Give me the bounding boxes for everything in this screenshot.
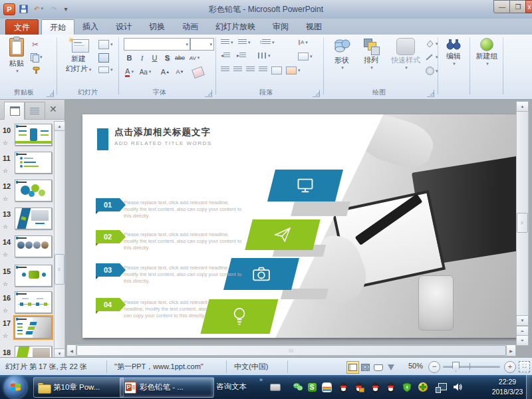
slide-sorter-view-button[interactable] (359, 361, 372, 374)
strikethrough-button[interactable]: abe (174, 53, 186, 63)
zoom-slider-track[interactable] (443, 366, 500, 368)
slide-thumbnail-10[interactable] (15, 124, 52, 146)
item-badge-04[interactable]: 04 (96, 298, 120, 311)
next-slide-button[interactable]: ⏷ (516, 335, 529, 346)
paper-plane-parallelogram[interactable] (245, 219, 320, 250)
start-button[interactable] (4, 376, 27, 398)
align-center-button[interactable] (233, 66, 242, 72)
restore-button[interactable]: ❐ (509, 0, 527, 13)
paragraph-dialog-launcher[interactable]: ◿ (313, 90, 320, 97)
tab-home[interactable]: 开始 (41, 19, 74, 35)
font-name-combo[interactable]: ▾ (124, 38, 190, 51)
fit-to-window-button[interactable]: ⛶ (519, 361, 530, 372)
change-case-button[interactable]: Aa▾ (140, 66, 151, 77)
animation-star-icon[interactable]: ☆ (3, 168, 8, 174)
zoom-in-button[interactable]: + (504, 361, 516, 373)
item-text-01[interactable]: Please replace text, click add relevant … (124, 200, 242, 219)
underline-button[interactable]: U (149, 53, 160, 63)
numbering-button[interactable]: ▾ (238, 39, 251, 45)
slide-subtitle[interactable]: ADD RELATED TITLE WORDS (114, 140, 212, 146)
wechat-tray-icon[interactable] (293, 382, 303, 392)
cut-button[interactable]: ✂ (32, 40, 39, 49)
tab-file[interactable]: 文件 (5, 19, 39, 35)
minimize-button[interactable]: — (493, 0, 511, 13)
thumbnail-scrollbar[interactable] (54, 121, 65, 358)
thumbnail-scroll-up-arrow[interactable]: ▲ (54, 121, 65, 131)
font-color-button[interactable]: A▾ (124, 66, 135, 77)
grow-font-button[interactable]: A▲ (160, 66, 171, 77)
slide-count-status[interactable]: 幻灯片 第 17 张, 共 22 张 (5, 362, 87, 372)
taskbar-window-folder[interactable]: 第10章 Pow... (33, 377, 124, 398)
line-spacing-button[interactable]: ↕▾ (259, 39, 275, 45)
slide-canvas[interactable]: 点击添加相关标题文字 ADD RELATED TITLE WORDS (82, 114, 521, 338)
taskbar-clock[interactable]: 22:29 2018/3/23 (489, 377, 526, 397)
increase-indent-button[interactable]: ▸ (237, 53, 246, 59)
bullets-button[interactable]: ▾ (221, 39, 233, 45)
edit-menu-button[interactable]: 编辑 ▾ (440, 38, 467, 66)
reading-view-button[interactable] (372, 361, 384, 374)
item-text-04[interactable]: Please replace text, click add relevant … (124, 299, 217, 319)
tab-slides-pane[interactable] (4, 102, 25, 120)
zoom-out-button[interactable]: − (428, 361, 440, 373)
qq-tray-icon-3[interactable] (370, 382, 380, 392)
italic-button[interactable]: I (136, 53, 148, 63)
close-button[interactable]: x (525, 0, 532, 13)
tab-transitions[interactable]: 切换 (141, 19, 173, 34)
taskbar-toolbar-text[interactable]: 咨询文本 (216, 382, 247, 392)
shape-fill-button[interactable]: ▾ (426, 40, 438, 48)
arrange-button[interactable]: 排列 ▾ (358, 38, 384, 70)
distribute-button[interactable] (271, 66, 282, 74)
animation-star-icon[interactable]: ☆ (3, 332, 8, 339)
shapes-button[interactable]: 形状 ▾ (329, 38, 355, 70)
font-size-combo[interactable]: ▾ (190, 38, 214, 51)
format-painter-button[interactable] (32, 66, 41, 75)
slide-thumbnail-15[interactable] (15, 265, 52, 287)
copy-button[interactable]: ▾ (31, 53, 43, 61)
zoom-slider-thumb[interactable] (452, 362, 460, 372)
normal-view-button[interactable] (346, 361, 359, 374)
font-dialog-launcher[interactable]: ◿ (205, 90, 212, 97)
tab-view[interactable]: 视图 (298, 19, 330, 34)
taskbar-window-powerpoint[interactable]: P 彩色铅笔 - ... (120, 377, 214, 398)
vertical-scrollbar-thumb[interactable]: ≡ (517, 213, 528, 233)
character-spacing-button[interactable]: AV▾ (189, 53, 200, 63)
tab-animations[interactable]: 动画 (174, 19, 206, 34)
slide-thumbnail-16[interactable] (15, 291, 52, 313)
animation-star-icon[interactable]: ☆ (3, 140, 8, 146)
animation-star-icon[interactable]: ☆ (3, 307, 8, 314)
item-text-03[interactable]: Please replace text, click add relevant … (124, 265, 242, 285)
title-accent-block[interactable] (97, 128, 108, 150)
decrease-indent-button[interactable]: ◂ (221, 53, 230, 59)
tab-slideshow[interactable]: 幻灯片放映 (207, 19, 263, 34)
qq-tray-icon-1[interactable] (338, 382, 348, 392)
quick-styles-button[interactable]: 快速样式 ▾ (387, 38, 424, 70)
slide-thumbnail-11[interactable] (15, 152, 52, 174)
text-direction-button[interactable]: ∥A▾ (298, 39, 308, 45)
animation-star-icon[interactable]: ☆ (3, 223, 8, 230)
justify-button[interactable] (259, 66, 267, 72)
animation-star-icon[interactable]: ☆ (3, 251, 8, 258)
slide-thumbnail-12[interactable] (15, 180, 52, 201)
columns-button[interactable]: ▾ (258, 53, 271, 59)
animation-star-icon[interactable]: ☆ (3, 196, 8, 202)
shape-effects-button[interactable]: ▾ (426, 66, 438, 75)
clipboard-dialog-launcher[interactable]: ◿ (47, 90, 54, 97)
new-group-button[interactable]: 新建组 ▾ (472, 38, 501, 66)
clear-formatting-button[interactable] (193, 68, 203, 77)
slide-thumbnail-17-selected[interactable] (15, 317, 52, 338)
slide-title[interactable]: 点击添加相关标题文字 (114, 126, 211, 138)
tab-outline-pane[interactable] (24, 102, 45, 120)
qq-tray-icon-4[interactable] (385, 382, 396, 392)
close-pane-icon[interactable]: ✕ (49, 104, 57, 114)
item-badge-01[interactable]: 01 (96, 198, 120, 211)
smartart-convert-button[interactable]: ▾ (286, 66, 301, 74)
input-method-keyboard-icon[interactable] (270, 382, 281, 392)
reset-slide-button[interactable] (98, 53, 109, 63)
monitor-parallelogram[interactable] (267, 170, 343, 201)
scroll-up-arrow[interactable]: ▲ (516, 101, 529, 112)
tab-insert[interactable]: 插入 (74, 19, 106, 34)
paste-button[interactable]: 粘贴 ▾ (5, 38, 28, 74)
zoom-level[interactable]: 50% (400, 362, 423, 370)
new-slide-button[interactable]: ✳ 新建 幻灯片▾ (61, 38, 96, 74)
rainbow-bear-tray-icon[interactable] (321, 382, 332, 392)
